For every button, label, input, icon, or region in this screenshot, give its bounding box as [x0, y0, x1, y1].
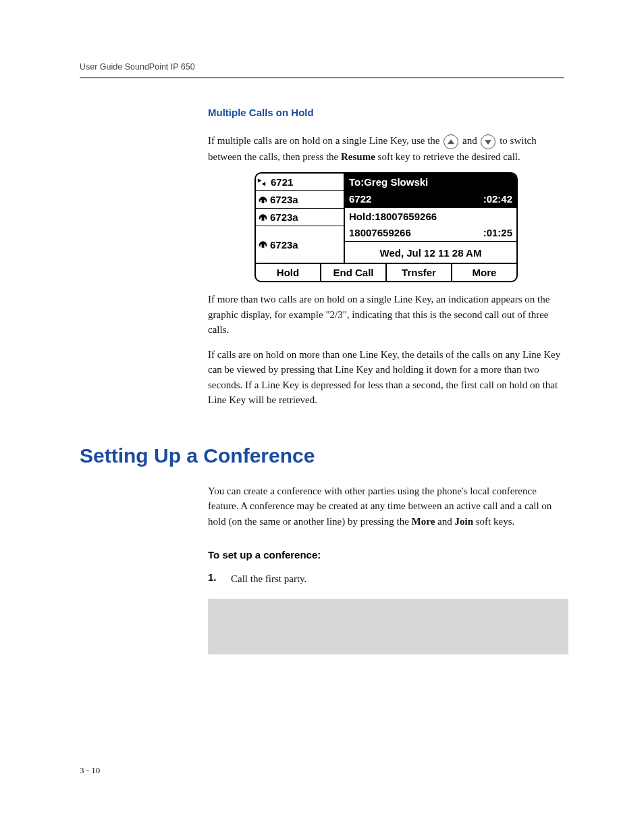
call-info-area: To:Greg Slowski 6722 :02:42 Hold:1800765…: [345, 174, 516, 263]
sub-heading-multiple-calls: Multiple Calls on Hold: [208, 107, 564, 118]
steps-title: To set up a conference:: [208, 549, 564, 561]
text: and: [462, 135, 479, 146]
hold-call-row: 18007659266 :01:25: [345, 225, 516, 242]
bold-text: Join: [454, 516, 473, 527]
line-key-row: 6723a: [256, 226, 344, 263]
hold-label: Hold:18007659266: [349, 211, 437, 222]
note-placeholder-block: [208, 599, 568, 654]
text: soft key to retrieve the desired call.: [378, 151, 520, 162]
call-to-row: To:Greg Slowski: [345, 174, 516, 190]
step-number: 1.: [208, 571, 220, 587]
paragraph: If multiple calls are on hold on a singl…: [208, 133, 564, 164]
text: If multiple calls are on hold on a singl…: [208, 135, 442, 146]
paragraph: If more than two calls are on hold on a …: [208, 292, 564, 338]
hold-time: :01:25: [483, 227, 512, 238]
phone-icon: [258, 195, 268, 205]
active-call-time: :02:42: [483, 193, 512, 205]
active-call-number: 6722: [349, 193, 371, 205]
line-keys-column: 6721 6723a 6723a 6723a: [256, 174, 345, 263]
call-to-label: To:Greg Slowski: [349, 176, 428, 188]
softkeys-row: Hold End Call Trnsfer More: [256, 263, 516, 281]
paragraph: If calls are on hold on more than one Li…: [208, 347, 564, 408]
hold-label-row: Hold:18007659266: [345, 208, 516, 225]
active-call-row: 6722 :02:42: [345, 190, 516, 207]
page-header: User Guide SoundPoint IP 650: [80, 62, 564, 78]
down-arrow-icon: [481, 134, 495, 149]
line-label: 6721: [271, 176, 293, 188]
heading-setting-up-conference: Setting Up a Conference: [80, 444, 564, 467]
bold-text: More: [412, 516, 435, 527]
line-key-row: 6721: [256, 174, 344, 191]
page-number: 3 - 10: [80, 765, 100, 776]
call-arrows-icon: [258, 178, 269, 187]
text: soft keys.: [476, 516, 515, 527]
phone-icon: [258, 240, 268, 249]
line-key-row: 6723a: [256, 191, 344, 209]
softkey-hold: Hold: [256, 264, 321, 281]
softkey-transfer: Trnsfer: [387, 264, 452, 281]
up-arrow-icon: [444, 134, 458, 149]
step-1: 1. Call the first party.: [208, 571, 564, 587]
phone-screen-figure: 6721 6723a 6723a 6723a: [254, 172, 518, 282]
line-key-row: 6723a: [256, 209, 344, 226]
softkey-more: More: [452, 264, 516, 281]
step-text: Call the first party.: [231, 571, 306, 587]
hold-number: 18007659266: [349, 227, 411, 238]
softkey-end-call: End Call: [321, 264, 387, 281]
phone-icon: [258, 213, 268, 222]
line-label: 6723a: [270, 239, 298, 251]
paragraph: You can create a conference with other p…: [208, 484, 564, 529]
line-label: 6723a: [270, 194, 298, 205]
datetime-row: Wed, Jul 12 11 28 AM: [345, 242, 516, 263]
bold-text: Resume: [341, 151, 375, 162]
text: and: [437, 516, 454, 527]
line-label: 6723a: [270, 211, 298, 223]
